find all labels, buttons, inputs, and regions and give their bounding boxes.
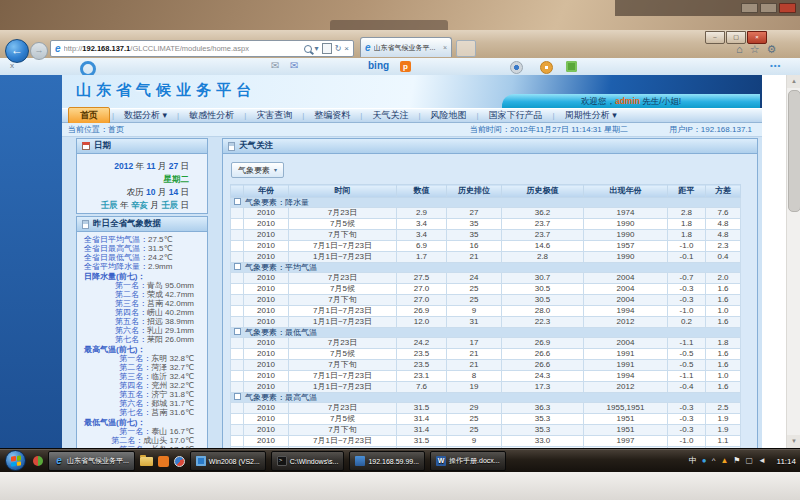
table-cell: 6.9 <box>397 241 447 252</box>
taskbar-window-button-1[interactable]: e山东省气候业务平... <box>48 451 135 471</box>
windows-logo-icon <box>11 455 21 466</box>
nav-item-0[interactable]: 首页 <box>68 107 110 124</box>
home-icon[interactable]: ⌂ <box>736 43 743 56</box>
app-orange-icon[interactable] <box>158 456 169 467</box>
table-cell: -1.0 <box>668 241 706 252</box>
table-cell: 9 <box>447 306 502 317</box>
compatibility-view-icon[interactable] <box>322 43 332 54</box>
start-button[interactable] <box>5 450 26 471</box>
ime-indicator[interactable]: 中 <box>689 456 697 466</box>
scroll-up-icon[interactable]: ▲ <box>787 75 800 88</box>
overflow-dots-icon[interactable]: ••• <box>770 61 781 70</box>
table-cell: 35 <box>447 219 502 230</box>
table-cell: 21 <box>447 349 502 360</box>
taskbar-window-button-6[interactable]: C:\Windows\s... <box>271 451 345 471</box>
group-row-3[interactable]: 气象要素：最高气温 <box>231 393 741 403</box>
table-cell: 28.0 <box>502 306 584 317</box>
taskbar-window-button-5[interactable]: Win2008 (VS2... <box>190 451 266 471</box>
table-cell: 31.4 <box>397 414 447 425</box>
bing-logo[interactable]: bing <box>368 60 389 71</box>
table-cell: 35.3 <box>502 414 584 425</box>
table-cell: 1.6 <box>706 382 741 393</box>
table-cell: 7月下旬 <box>289 360 397 371</box>
tab-close-icon[interactable]: × <box>443 44 447 51</box>
browser-scrollbar[interactable]: ▲ ▼ <box>786 75 800 448</box>
mail-icon-2[interactable]: ✉ <box>290 60 298 71</box>
table-row: 20107月1日~7月23日23.1824.31994-1.11.0 <box>231 371 741 382</box>
explorer-icon[interactable] <box>140 457 153 466</box>
address-bar[interactable]: e http://192.168.137.1/GLCCLIMATE/module… <box>50 40 354 57</box>
table-cell: 1994 <box>584 306 668 317</box>
mail-icon[interactable]: ✉ <box>271 60 279 71</box>
table-cell: 12.0 <box>397 317 447 328</box>
table-cell: 2004 <box>584 295 668 306</box>
table-cell: 2010 <box>244 436 289 447</box>
date-line-1: 星期二 <box>77 173 189 186</box>
group-label: 气象要素：最低气温 <box>245 328 317 337</box>
refresh-icon[interactable]: ↻ <box>335 44 342 54</box>
taskbar-clock[interactable]: 11:14 <box>777 449 796 473</box>
taskbar-window-label: 192.168.59.99... <box>368 458 419 465</box>
media-player-icon[interactable] <box>174 456 185 467</box>
action-center-flag-icon[interactable]: ⚑ <box>733 456 740 466</box>
background-window-fragment <box>330 20 448 30</box>
nav-item-8[interactable]: 周期性分析 ▾ <box>555 109 627 122</box>
nav-item-1[interactable]: 数据分析 ▾ <box>114 109 177 122</box>
tray-icons: 中●^▲⚑▢◄ <box>689 449 766 473</box>
plugin-icon[interactable] <box>566 61 577 72</box>
ranking-heading-0: 日降水量(前七)： <box>77 272 207 281</box>
browser-tab[interactable]: e 山东省气候业务平... × <box>360 37 452 57</box>
nav-item-7[interactable]: 国家下行产品 <box>479 109 553 122</box>
addon-icon[interactable] <box>540 61 553 74</box>
group-checkbox[interactable] <box>234 393 241 400</box>
search-caret-icon[interactable]: ▾ <box>315 44 319 54</box>
group-row-1[interactable]: 气象要素：平均气温 <box>231 263 741 273</box>
group-row-2[interactable]: 气象要素：最低气温 <box>231 328 741 338</box>
table-row: 20107月下旬3.43523.719901.84.8 <box>231 230 741 241</box>
ranking-heading-2: 最低气温(前七)： <box>77 418 207 427</box>
scrollbar-thumb[interactable] <box>788 90 800 212</box>
nav-item-3[interactable]: 灾害查询 <box>246 109 302 122</box>
ranking-item: 第二名：菏泽 32.7℃ <box>77 363 207 372</box>
group-checkbox[interactable] <box>234 263 241 270</box>
nav-item-6[interactable]: 风险地图 <box>421 109 477 122</box>
p-app-icon[interactable]: p <box>400 61 411 72</box>
taskbar-window-button-8[interactable]: 操作手册.docx... <box>430 451 506 471</box>
group-checkbox[interactable] <box>234 198 241 205</box>
table-row: 20107月1日~7月23日31.5933.01997-1.01.1 <box>231 436 741 447</box>
table-cell: 27.0 <box>397 284 447 295</box>
scroll-down-icon[interactable]: ▼ <box>787 435 800 448</box>
network-globe-icon[interactable]: ● <box>702 456 707 466</box>
network-icon[interactable]: ▢ <box>746 456 754 466</box>
back-button[interactable]: ← <box>5 39 29 63</box>
minimize-button[interactable]: – <box>705 31 725 44</box>
new-tab-button[interactable] <box>456 40 476 57</box>
current-time: 当前时间：2012年11月27日 11:14:31 星期二 <box>470 123 628 136</box>
ranking-item: 第一名：青岛 95.0mm <box>77 281 207 290</box>
date-line-3: 壬辰 年 辛亥 月 壬辰 日 <box>77 199 189 212</box>
table-cell: 16 <box>447 241 502 252</box>
nav-item-5[interactable]: 天气关注 <box>362 109 418 122</box>
show-hidden-icons[interactable]: ^ <box>712 456 716 466</box>
background-window-titlebar <box>615 0 800 16</box>
nav-item-2[interactable]: 敏感性分析 <box>179 109 244 122</box>
group-checkbox[interactable] <box>234 328 241 335</box>
nav-item-4[interactable]: 整编资料 <box>304 109 360 122</box>
app-icon[interactable] <box>33 456 43 466</box>
taskbar-window-button-7[interactable]: 192.168.59.99... <box>349 451 425 471</box>
table-cell: 2.8 <box>668 208 706 219</box>
stop-icon[interactable]: × <box>344 44 349 54</box>
element-filter-button[interactable]: 气象要素▾ <box>231 162 284 178</box>
update-icon[interactable]: ▲ <box>720 456 728 466</box>
search-icon[interactable] <box>304 45 312 53</box>
forward-button[interactable]: → <box>30 42 48 60</box>
gear-icon[interactable]: ⚙ <box>767 43 777 56</box>
table-cell: -0.4 <box>668 382 706 393</box>
favorites-star-icon[interactable]: ☆ <box>750 43 760 56</box>
disc-icon[interactable] <box>510 61 523 74</box>
group-row-0[interactable]: 气象要素：降水量 <box>231 198 741 208</box>
table-cell: 2010 <box>244 306 289 317</box>
table-cell: 25 <box>447 284 502 295</box>
table-cell: 27.5 <box>397 273 447 284</box>
volume-icon[interactable]: ◄ <box>758 456 766 466</box>
